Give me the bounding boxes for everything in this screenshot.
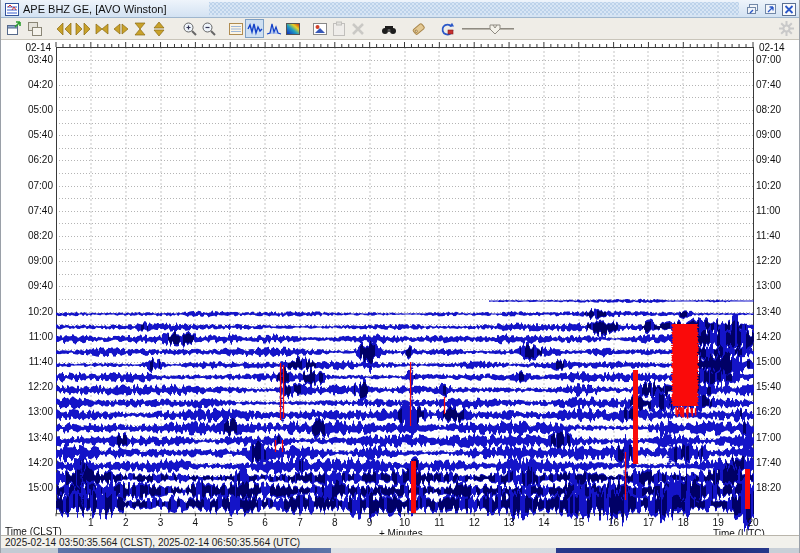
right-time-label: 13:00 xyxy=(756,280,781,291)
expand-amplitude-button[interactable] xyxy=(149,19,168,38)
left-time-label: 07:00 xyxy=(5,180,53,191)
right-time-label: 09:40 xyxy=(756,154,781,165)
swarm-helicorder-window: APE BHZ GE, [AVO Winston] 02-14 02-14 Ti… xyxy=(0,0,800,553)
left-time-label: 15:00 xyxy=(5,482,53,493)
expand-time-button[interactable] xyxy=(111,19,130,38)
left-time-label: 05:00 xyxy=(5,104,53,115)
left-time-label: 05:40 xyxy=(5,129,53,140)
right-time-label: 14:20 xyxy=(756,331,781,342)
copy-to-clipboard-button[interactable] xyxy=(310,19,329,38)
maximize-button[interactable] xyxy=(763,2,778,16)
x-tick-label: 11 xyxy=(434,517,444,528)
right-time-label: 12:20 xyxy=(756,255,781,266)
left-time-label: 12:20 xyxy=(5,381,53,392)
clipboard-icon xyxy=(331,21,347,37)
slider-thumb[interactable] xyxy=(488,22,502,40)
right-time-label: 15:40 xyxy=(756,381,781,392)
x-tick-label: 18 xyxy=(678,517,689,528)
right-time-label: 18:20 xyxy=(756,482,781,493)
spectra-view-icon xyxy=(266,21,282,37)
x-tick-label: 16 xyxy=(608,517,619,528)
wave-view-button[interactable] xyxy=(245,19,264,38)
left-time-label: 04:20 xyxy=(5,79,53,90)
x-tick-label: 8 xyxy=(332,517,338,528)
window-buttons xyxy=(745,2,796,16)
helicorder-window-icon xyxy=(5,2,19,15)
tile-windows-button[interactable] xyxy=(25,19,44,38)
pick-mode-button[interactable] xyxy=(379,19,398,38)
capture-image-button[interactable] xyxy=(437,19,456,38)
compress-amplitude-icon xyxy=(132,21,148,37)
x-tick-label: 12 xyxy=(469,517,480,528)
x-tick-label: 13 xyxy=(503,517,514,528)
spectrogram-view-icon xyxy=(285,21,301,37)
compress-amplitude-button[interactable] xyxy=(130,19,149,38)
right-axis-date: 02-14 xyxy=(759,42,785,53)
left-time-label: 11:00 xyxy=(5,331,53,342)
expand-time-icon xyxy=(113,21,129,37)
close-button[interactable] xyxy=(781,2,796,16)
status-bar: 2025-02-14 03:50:35.564 (CLST), 2025-02-… xyxy=(1,535,799,548)
zoom-in-button[interactable] xyxy=(180,19,199,38)
clipboard-button xyxy=(329,19,348,38)
right-time-label: 15:00 xyxy=(756,356,781,367)
spectra-view-button[interactable] xyxy=(264,19,283,38)
right-time-label: 16:20 xyxy=(756,406,781,417)
zoom-in-icon xyxy=(182,21,198,37)
right-time-label: 13:40 xyxy=(756,306,781,317)
helicorder-canvas[interactable] xyxy=(1,40,800,535)
compress-time-icon xyxy=(94,21,110,37)
right-time-label: 17:00 xyxy=(756,432,781,443)
helicorder-settings-button[interactable] xyxy=(226,19,245,38)
x-tick-label: 20 xyxy=(747,517,758,528)
right-time-label: 09:00 xyxy=(756,129,781,140)
toolbar xyxy=(1,18,799,40)
left-time-label: 08:20 xyxy=(5,230,53,241)
status-text: 2025-02-14 03:50:35.564 (CLST), 2025-02-… xyxy=(5,537,300,548)
scroll-forward-icon xyxy=(75,21,91,37)
right-time-label: 07:40 xyxy=(756,79,781,90)
left-time-label: 13:00 xyxy=(5,406,53,417)
x-tick-label: 4 xyxy=(193,517,199,528)
restore-button[interactable] xyxy=(745,2,760,16)
spectrogram-view-button[interactable] xyxy=(283,19,302,38)
zoom-out-icon xyxy=(201,21,217,37)
scroll-forward-button[interactable] xyxy=(73,19,92,38)
x-tick-label: 9 xyxy=(367,517,373,528)
zoom-slider[interactable] xyxy=(462,19,514,38)
x-tick-label: 7 xyxy=(297,517,303,528)
helicorder-settings-icon xyxy=(228,21,244,37)
tile-windows-icon xyxy=(27,21,43,37)
titlebar-texture xyxy=(209,2,739,15)
wave-view-icon xyxy=(247,21,263,37)
compress-time-button[interactable] xyxy=(92,19,111,38)
title-bar[interactable]: APE BHZ GE, [AVO Winston] xyxy=(1,0,799,18)
left-time-label: 03:40 xyxy=(5,54,53,65)
tag-menu-button[interactable] xyxy=(408,19,427,38)
scroll-back-button[interactable] xyxy=(54,19,73,38)
x-tick-label: 19 xyxy=(713,517,724,528)
right-time-label: 11:00 xyxy=(756,205,780,216)
background-window-strip xyxy=(1,548,799,553)
left-time-label: 07:40 xyxy=(5,205,53,216)
pick-mode-icon xyxy=(381,21,397,37)
x-tick-label: 15 xyxy=(573,517,584,528)
remove-wave-button xyxy=(348,19,367,38)
expand-amplitude-icon xyxy=(151,21,167,37)
zoom-out-button[interactable] xyxy=(199,19,218,38)
copy-to-clipboard-icon xyxy=(312,21,328,37)
window-title: APE BHZ GE, [AVO Winston] xyxy=(23,3,166,15)
gear-icon[interactable] xyxy=(779,21,794,36)
x-tick-label: 3 xyxy=(158,517,164,528)
left-time-label: 06:20 xyxy=(5,154,53,165)
left-time-label: 13:40 xyxy=(5,432,53,443)
helicorder-plot-panel: 02-14 02-14 Time (CLST) + Minutes Time (… xyxy=(1,40,800,535)
x-tick-label: 2 xyxy=(123,517,129,528)
remove-wave-icon xyxy=(350,21,366,37)
left-axis-date: 02-14 xyxy=(3,42,51,53)
open-new-window-button[interactable] xyxy=(4,19,23,38)
x-tick-label: 17 xyxy=(643,517,654,528)
open-new-window-icon xyxy=(6,21,22,37)
capture-image-icon xyxy=(439,21,455,37)
right-time-label: 11:40 xyxy=(756,230,780,241)
